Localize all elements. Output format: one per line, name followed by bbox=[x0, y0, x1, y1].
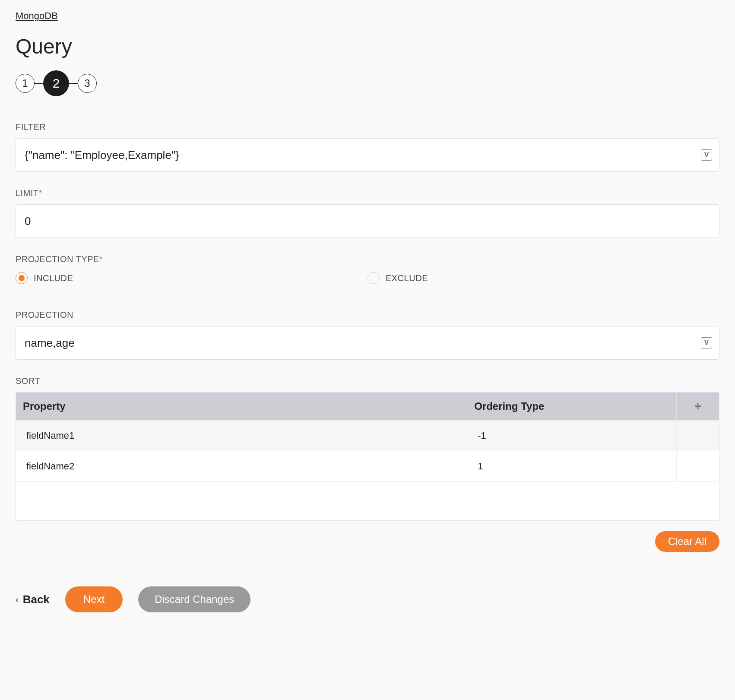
limit-label: LIMIT* bbox=[16, 188, 719, 198]
sort-row[interactable]: fieldName2 1 bbox=[16, 451, 719, 481]
limit-input[interactable] bbox=[25, 215, 710, 228]
add-sort-row-button[interactable]: + bbox=[677, 393, 719, 420]
filter-input[interactable] bbox=[25, 149, 710, 162]
breadcrumb-link[interactable]: MongoDB bbox=[16, 10, 58, 22]
radio-include[interactable]: INCLUDE bbox=[16, 272, 368, 284]
next-button[interactable]: Next bbox=[65, 586, 123, 612]
radio-exclude-label: EXCLUDE bbox=[386, 273, 428, 283]
sort-row-ordering: -1 bbox=[467, 421, 677, 451]
wizard-stepper: 1 2 3 bbox=[16, 70, 719, 96]
back-button[interactable]: ‹ Back bbox=[16, 593, 50, 606]
step-3[interactable]: 3 bbox=[78, 74, 97, 93]
plus-icon: + bbox=[694, 400, 701, 412]
variable-icon[interactable]: V bbox=[701, 149, 712, 161]
step-connector bbox=[69, 83, 78, 84]
required-indicator: * bbox=[39, 188, 42, 198]
discard-changes-button[interactable]: Discard Changes bbox=[138, 586, 250, 612]
projection-input-wrap: V bbox=[16, 326, 719, 360]
sort-row-property: fieldName1 bbox=[16, 421, 467, 451]
step-2[interactable]: 2 bbox=[43, 70, 69, 96]
projection-label: PROJECTION bbox=[16, 310, 719, 320]
projection-type-radio-group: INCLUDE EXCLUDE bbox=[16, 272, 719, 284]
sort-label: SORT bbox=[16, 376, 719, 386]
sort-table: Property Ordering Type + fieldName1 -1 f… bbox=[16, 392, 719, 521]
sort-th-ordering: Ordering Type bbox=[467, 393, 677, 420]
chevron-left-icon: ‹ bbox=[16, 595, 19, 605]
sort-table-empty-area bbox=[16, 481, 719, 520]
projection-type-label: PROJECTION TYPE* bbox=[16, 254, 719, 264]
radio-dot-icon bbox=[19, 275, 25, 281]
variable-icon[interactable]: V bbox=[701, 337, 712, 348]
projection-type-label-text: PROJECTION TYPE bbox=[16, 254, 99, 264]
limit-input-wrap bbox=[16, 204, 719, 238]
filter-label: FILTER bbox=[16, 122, 719, 132]
sort-table-header: Property Ordering Type + bbox=[16, 393, 719, 420]
radio-include-label: INCLUDE bbox=[34, 273, 73, 283]
sort-row-action bbox=[677, 451, 719, 481]
filter-input-wrap: V bbox=[16, 138, 719, 172]
sort-row-property: fieldName2 bbox=[16, 451, 467, 481]
step-1[interactable]: 1 bbox=[16, 74, 35, 93]
required-indicator: * bbox=[99, 254, 103, 264]
page-title: Query bbox=[16, 35, 719, 58]
sort-th-property: Property bbox=[16, 393, 467, 420]
sort-row-ordering: 1 bbox=[467, 451, 677, 481]
back-label: Back bbox=[23, 593, 50, 606]
limit-label-text: LIMIT bbox=[16, 188, 39, 198]
clear-all-button[interactable]: Clear All bbox=[655, 531, 719, 552]
radio-circle-icon bbox=[16, 272, 28, 284]
step-connector bbox=[35, 83, 43, 84]
projection-input[interactable] bbox=[25, 336, 710, 350]
radio-circle-icon bbox=[368, 272, 380, 284]
sort-row[interactable]: fieldName1 -1 bbox=[16, 420, 719, 451]
sort-row-action bbox=[677, 421, 719, 451]
radio-exclude[interactable]: EXCLUDE bbox=[368, 272, 719, 284]
